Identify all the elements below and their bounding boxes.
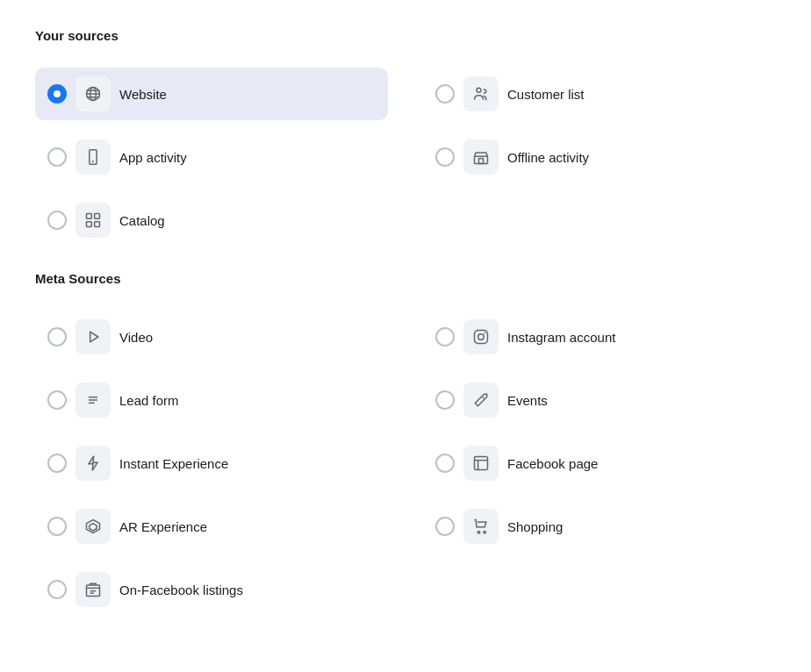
radio-ar-experience [47, 517, 67, 536]
your-sources-title: Your sources [35, 28, 776, 43]
mobile-icon [75, 139, 111, 175]
lead-form-label: Lead form [119, 393, 179, 408]
option-ar-experience[interactable]: AR Experience [35, 500, 388, 553]
meta-sources-section: Meta Sources Video Instagram account Lea… [35, 271, 776, 616]
radio-events [435, 390, 455, 410]
option-app-activity[interactable]: App activity [35, 131, 388, 183]
grid-icon [75, 203, 111, 238]
shopping-label: Shopping [507, 519, 563, 534]
on-facebook-listings-label: On-Facebook listings [119, 583, 243, 597]
ar-icon [75, 509, 111, 544]
your-sources-grid: Website Customer list App activity Offli… [35, 68, 776, 247]
instant-experience-label: Instant Experience [119, 456, 228, 471]
option-shopping[interactable]: Shopping [423, 500, 776, 553]
option-instagram-account[interactable]: Instagram account [423, 311, 776, 363]
website-label: Website [119, 87, 167, 102]
option-on-facebook-listings[interactable]: On-Facebook listings [35, 563, 388, 616]
app-activity-label: App activity [119, 150, 187, 165]
customer-list-label: Customer list [507, 87, 585, 102]
radio-website [47, 84, 67, 104]
radio-instant-experience [47, 454, 67, 473]
instagram-account-label: Instagram account [507, 330, 615, 345]
listings-icon [75, 572, 111, 607]
radio-instagram-account [435, 327, 455, 347]
radio-lead-form [47, 390, 67, 410]
radio-video [47, 327, 67, 347]
catalog-label: Catalog [119, 213, 165, 228]
radio-customer-list [435, 84, 455, 104]
offline-activity-label: Offline activity [507, 150, 589, 165]
option-catalog[interactable]: Catalog [35, 194, 388, 247]
store-icon [463, 139, 499, 175]
option-events[interactable]: Events [423, 374, 776, 426]
option-offline-activity[interactable]: Offline activity [423, 131, 776, 183]
meta-sources-grid: Video Instagram account Lead form Events [35, 311, 776, 616]
ar-experience-label: AR Experience [119, 519, 207, 534]
facebook-page-label: Facebook page [507, 456, 598, 471]
radio-shopping [435, 517, 455, 536]
globe-icon [75, 76, 111, 111]
option-video[interactable]: Video [35, 311, 388, 363]
video-label: Video [119, 330, 153, 345]
option-website[interactable]: Website [35, 68, 388, 120]
play-icon [75, 319, 111, 354]
bolt-icon [75, 446, 111, 481]
people-icon [463, 76, 499, 111]
empty-cell-2 [423, 563, 776, 616]
meta-sources-title: Meta Sources [35, 271, 776, 286]
tag-icon [463, 382, 499, 418]
radio-facebook-page [435, 454, 455, 473]
radio-app-activity [47, 147, 67, 167]
radio-offline-activity [435, 147, 455, 167]
option-customer-list[interactable]: Customer list [423, 68, 776, 120]
instagram-icon [463, 319, 499, 354]
radio-catalog [47, 211, 67, 230]
events-label: Events [507, 393, 548, 408]
fb-page-icon [463, 446, 499, 481]
cart-icon [463, 509, 499, 544]
your-sources-section: Your sources Website Customer list App a… [35, 28, 776, 247]
radio-on-facebook-listings [47, 580, 67, 599]
option-facebook-page[interactable]: Facebook page [423, 437, 776, 490]
empty-cell [423, 194, 776, 247]
option-lead-form[interactable]: Lead form [35, 374, 388, 426]
option-instant-experience[interactable]: Instant Experience [35, 437, 388, 490]
list-icon [75, 382, 111, 418]
